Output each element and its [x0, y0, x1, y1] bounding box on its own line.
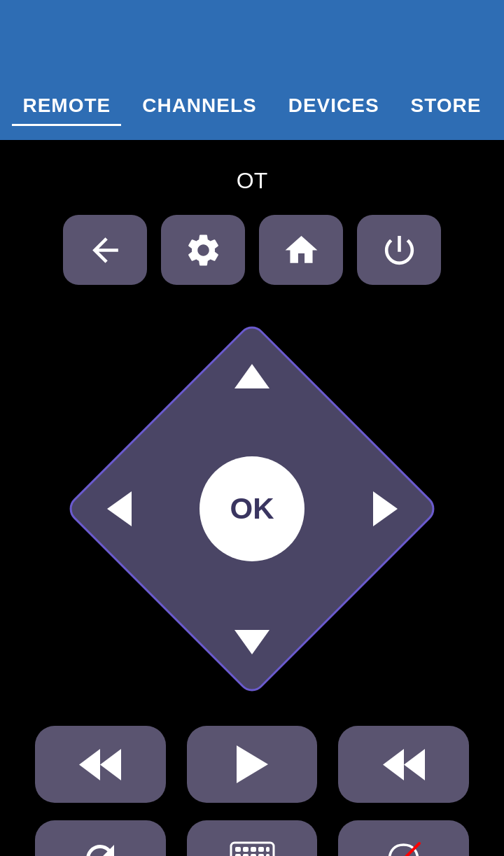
power-button[interactable]	[357, 215, 441, 285]
down-arrow-icon	[231, 626, 273, 658]
svg-rect-13	[258, 847, 264, 852]
tab-channels[interactable]: CHANNELS	[132, 87, 267, 126]
dpad-container: OK	[56, 313, 448, 705]
tab-store[interactable]: STORE	[400, 87, 492, 126]
main-content: OT	[0, 140, 504, 856]
headphone-mute-button[interactable]	[338, 820, 469, 856]
svg-marker-5	[79, 749, 100, 780]
top-buttons	[63, 215, 441, 285]
header: REMOTE CHANNELS DEVICES STORE	[0, 0, 504, 140]
settings-button[interactable]	[161, 215, 245, 285]
left-arrow-icon	[104, 488, 135, 530]
svg-rect-11	[243, 847, 248, 852]
keyboard-button[interactable]	[187, 820, 318, 856]
back-button[interactable]	[63, 215, 147, 285]
dpad-down-button[interactable]	[224, 614, 280, 670]
keyboard-icon	[230, 841, 275, 856]
svg-rect-10	[235, 847, 241, 852]
fast-forward-button[interactable]	[338, 726, 469, 803]
media-controls	[14, 726, 490, 803]
svg-marker-7	[383, 749, 404, 780]
play-icon	[233, 743, 272, 785]
gear-icon	[184, 231, 223, 269]
ok-label: OK	[230, 492, 274, 526]
extra-controls	[14, 820, 490, 856]
dpad-left-button[interactable]	[91, 481, 147, 537]
fast-forward-icon	[379, 745, 428, 784]
ok-button[interactable]: OK	[200, 456, 304, 561]
home-button[interactable]	[259, 215, 343, 285]
svg-marker-3	[373, 491, 398, 526]
svg-marker-0	[234, 364, 270, 388]
nav-tabs: REMOTE CHANNELS DEVICES STORE	[0, 87, 504, 126]
back-icon	[86, 231, 125, 269]
tab-remote[interactable]: REMOTE	[12, 87, 121, 126]
play-button[interactable]	[187, 726, 318, 803]
dpad-right-button[interactable]	[357, 481, 413, 537]
svg-rect-14	[266, 847, 270, 852]
right-arrow-icon	[370, 488, 401, 530]
up-arrow-icon	[231, 360, 273, 392]
headphone-mute-icon	[381, 836, 426, 857]
device-label: OT	[237, 168, 267, 194]
rewind-icon	[76, 745, 125, 784]
power-icon	[380, 231, 419, 269]
home-icon	[282, 231, 321, 269]
rewind-button[interactable]	[35, 726, 166, 803]
refresh-button[interactable]	[35, 820, 166, 856]
svg-marker-4	[100, 749, 121, 780]
svg-marker-2	[107, 491, 132, 526]
tab-devices[interactable]: DEVICES	[278, 87, 390, 126]
svg-marker-6	[237, 745, 268, 783]
svg-rect-12	[251, 847, 256, 852]
svg-marker-1	[234, 630, 270, 654]
svg-marker-8	[404, 749, 425, 780]
refresh-icon	[79, 838, 121, 856]
dpad-up-button[interactable]	[224, 348, 280, 404]
